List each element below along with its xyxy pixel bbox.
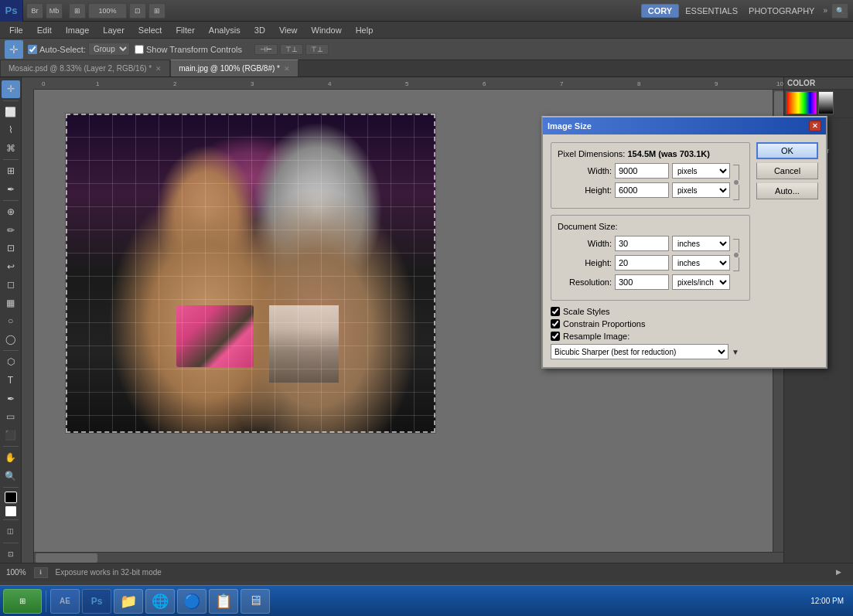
constrain-checkbox[interactable] [551,319,560,328]
doc-height-unit[interactable]: inches cm pixels [672,255,730,271]
screen-mode[interactable]: ⊡ [2,545,20,563]
shape-tool[interactable]: ▭ [2,408,20,426]
scale-styles-checkbox[interactable] [551,307,560,316]
taskbar-app-browser[interactable]: 🌐 [145,589,175,614]
doc-height-input[interactable] [615,255,669,271]
doc-width-input[interactable] [615,236,669,251]
workspace-chevron[interactable]: » [821,6,830,15]
color-picker[interactable] [786,91,817,114]
status-arrow-btn[interactable]: ▶ [836,567,847,578]
constrain-label: Constrain Proportions [563,319,645,328]
resolution-label: Resolution: [558,277,612,287]
menu-analysis[interactable]: Analysis [203,24,247,36]
dodge-tool[interactable]: ◯ [2,331,20,349]
align-btn-3[interactable]: ⊤⊥ [305,44,329,55]
tab-mosaic-close[interactable]: ✕ [155,65,162,73]
screen-mode-btn[interactable]: ⊡ [129,3,146,19]
menu-file[interactable]: File [3,24,29,36]
tool-sep-1 [3,100,19,101]
eyedropper-tool[interactable]: ✒ [2,181,20,199]
taskbar-app-ps[interactable]: Ps [82,589,111,614]
menu-layer[interactable]: Layer [97,24,131,36]
tab-main-close[interactable]: ✕ [284,65,290,73]
essentials-btn[interactable]: ESSENTIALS [681,5,742,17]
healing-brush-tool[interactable]: ⊕ [2,203,20,221]
photography-btn[interactable]: PHOTOGRAPHY [744,5,819,17]
menu-view[interactable]: View [273,24,304,36]
tool-sep-2 [3,159,19,160]
eraser-tool[interactable]: ◻ [2,276,20,294]
brush-tool[interactable]: ✏ [2,222,20,240]
pixel-width-unit[interactable]: pixels percent [672,163,730,179]
marquee-tool[interactable]: ⬜ [2,103,20,121]
ok-button[interactable]: OK [756,142,818,159]
gradient-tool[interactable]: ▦ [2,294,20,312]
view-extras-btn[interactable]: ⊞ [148,3,165,19]
bridge-btn[interactable]: Br [26,3,43,19]
zoom-tool[interactable]: 🔍 [2,467,20,485]
menu-3d[interactable]: 3D [248,24,271,36]
doc-width-unit[interactable]: inches cm pixels [672,236,730,251]
menu-window[interactable]: Window [305,24,348,36]
pen-tool[interactable]: ✒ [2,390,20,407]
auto-button[interactable]: Auto... [756,182,818,199]
crop-tool[interactable]: ⊞ [2,162,20,180]
align-btn-2[interactable]: ⊤⊥ [280,44,303,55]
3d-tool[interactable]: ⬛ [2,426,20,444]
tool-sep-5 [3,446,19,447]
arrangement-btn[interactable]: ⊞ [69,3,86,19]
mini-bridge-btn[interactable]: Mb [46,3,63,19]
align-btn-1[interactable]: ⊣⊢ [254,44,278,55]
transform-checkbox[interactable] [135,45,144,54]
background-color[interactable] [5,505,17,517]
history-brush-tool[interactable]: ↩ [2,258,20,276]
cancel-button[interactable]: Cancel [756,162,818,179]
clone-stamp-tool[interactable]: ⊡ [2,240,20,257]
taskbar-app-chrome[interactable]: 🔵 [177,589,206,614]
dialog-titlebar: Image Size ✕ [543,117,826,134]
foreground-color[interactable] [5,492,17,503]
pixel-height-input[interactable] [615,182,669,198]
type-tool[interactable]: T [2,372,20,390]
pixel-width-input[interactable] [615,163,669,179]
taskbar-app-monitor[interactable]: 🖥 [241,589,270,614]
lasso-tool[interactable]: ⌇ [2,121,20,139]
scrollbar-horizontal[interactable] [34,552,783,563]
tab-main[interactable]: main.jpg @ 100% (RGB/8#) * ✕ [170,60,299,77]
zoom-btn[interactable]: 100% [88,3,127,19]
blur-tool[interactable]: ○ [2,312,20,330]
taskbar-app-explorer[interactable]: 📁 [114,589,143,614]
autoselect-checkbox[interactable] [28,45,37,54]
user-btn[interactable]: CORY [641,4,679,18]
document-size-section: Document Size: Width: inches cm [551,215,750,301]
tab-mosaic[interactable]: Mosaic.psd @ 8.33% (Layer 2, RGB/16) * ✕ [0,60,170,77]
quick-mask[interactable]: ◫ [2,522,20,540]
brightness-slider[interactable] [818,91,834,114]
taskbar-app-clipboard[interactable]: 📋 [209,589,238,614]
color-panel-header: COLOR [784,77,853,90]
resolution-unit[interactable]: pixels/inch pixels/cm [672,274,730,290]
topbar-right: CORY ESSENTIALS PHOTOGRAPHY » 🔍 [641,3,853,19]
move-tool-btn[interactable]: ✛ [5,40,23,59]
start-button[interactable]: ⊞ [3,589,42,614]
move-tool[interactable]: ✛ [2,80,20,98]
menu-edit[interactable]: Edit [31,24,58,36]
hand-tool[interactable]: ✋ [2,449,20,467]
autoselect-select[interactable]: Group Layer [88,43,130,56]
menu-help[interactable]: Help [350,24,380,36]
taskbar-app-ae[interactable]: AE [50,589,80,614]
resample-method-select[interactable]: Bicubic Sharper (best for reduction) Bic… [551,344,728,359]
dialog-close-button[interactable]: ✕ [809,121,821,131]
magic-wand-tool[interactable]: ⌘ [2,140,20,158]
zoom-info-btn[interactable]: ℹ [34,567,48,578]
resolution-input[interactable] [615,274,669,290]
tool-sep-6 [3,487,19,488]
search-btn[interactable]: 🔍 [831,3,848,19]
menu-filter[interactable]: Filter [169,24,200,36]
menu-select[interactable]: Select [132,24,169,36]
pixel-height-unit[interactable]: pixels percent [672,182,730,198]
path-tool[interactable]: ⬡ [2,353,20,371]
menu-image[interactable]: Image [60,24,96,36]
resample-checkbox[interactable] [551,332,560,341]
image-size-dialog: Image Size ✕ Pixel Dimensions: 154.5M (w… [541,116,827,369]
